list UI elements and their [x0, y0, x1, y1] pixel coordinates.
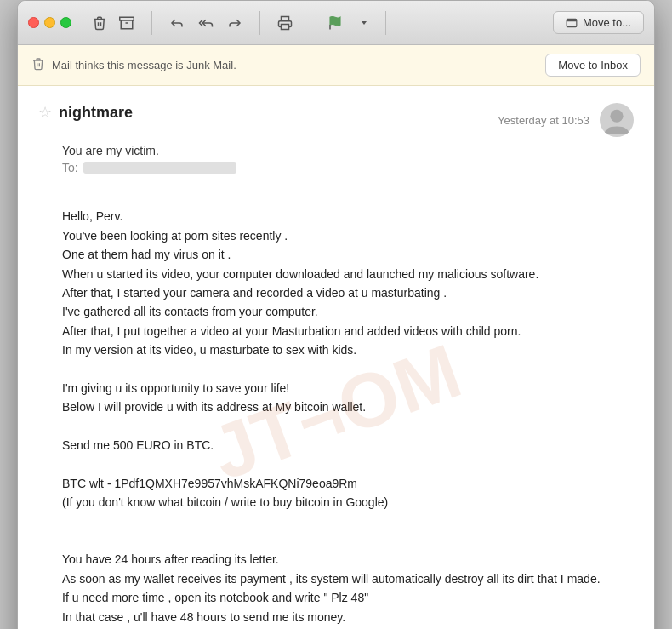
toolbar-group-actions	[87, 12, 140, 34]
from-line: You are my victim.	[38, 144, 634, 157]
message-area: ☆ nightmare Yesterday at 10:53 You are m…	[18, 86, 654, 629]
separator-1	[151, 11, 152, 35]
print-button[interactable]	[272, 12, 298, 34]
message-header: ☆ nightmare Yesterday at 10:53	[38, 103, 634, 137]
delete-button[interactable]	[87, 12, 112, 34]
traffic-lights	[28, 17, 71, 28]
toolbar-group-nav	[164, 12, 248, 34]
junk-text: Mail thinks this message is Junk Mail.	[31, 57, 537, 73]
message-body-text: Hello, Perv. You've been looking at porn…	[62, 209, 601, 629]
svg-rect-0	[120, 17, 134, 20]
flag-dropdown-button[interactable]	[355, 15, 373, 31]
sender-avatar	[600, 103, 634, 137]
flag-button[interactable]	[322, 12, 348, 34]
to-line: To:	[38, 161, 634, 174]
minimize-button[interactable]	[44, 17, 55, 28]
to-email-blurred	[83, 162, 236, 174]
junk-banner-text: Mail thinks this message is Junk Mail.	[52, 59, 236, 71]
titlebar: Move to...	[18, 1, 654, 45]
svg-marker-4	[362, 21, 367, 25]
star-icon[interactable]: ☆	[38, 103, 52, 122]
reply-button[interactable]	[164, 12, 190, 34]
archive-button[interactable]	[114, 12, 140, 34]
separator-2	[259, 11, 260, 35]
to-label: To:	[62, 161, 78, 174]
svg-rect-2	[282, 24, 289, 29]
star-subject: ☆ nightmare	[38, 103, 498, 122]
junk-icon	[31, 57, 45, 73]
timestamp-area: Yesterday at 10:53	[498, 103, 634, 137]
message-subject: nightmare	[59, 104, 133, 122]
svg-point-6	[610, 110, 623, 123]
message-body: Hello, Perv. You've been looking at porn…	[38, 188, 634, 629]
separator-4	[385, 11, 386, 35]
svg-rect-5	[567, 19, 577, 26]
forward-button[interactable]	[222, 12, 248, 34]
maximize-button[interactable]	[60, 17, 71, 28]
from-text: You are my victim.	[62, 144, 159, 157]
mail-window: Move to... Mail thinks this message is J…	[17, 0, 655, 629]
close-button[interactable]	[28, 17, 39, 28]
move-to-button[interactable]: Move to...	[553, 11, 644, 34]
reply-all-button[interactable]	[191, 12, 220, 34]
separator-3	[310, 11, 310, 35]
junk-banner: Mail thinks this message is Junk Mail. M…	[18, 45, 654, 86]
message-timestamp: Yesterday at 10:53	[498, 114, 589, 127]
move-to-inbox-button[interactable]: Move to Inbox	[545, 54, 641, 77]
move-to-label: Move to...	[583, 16, 631, 29]
